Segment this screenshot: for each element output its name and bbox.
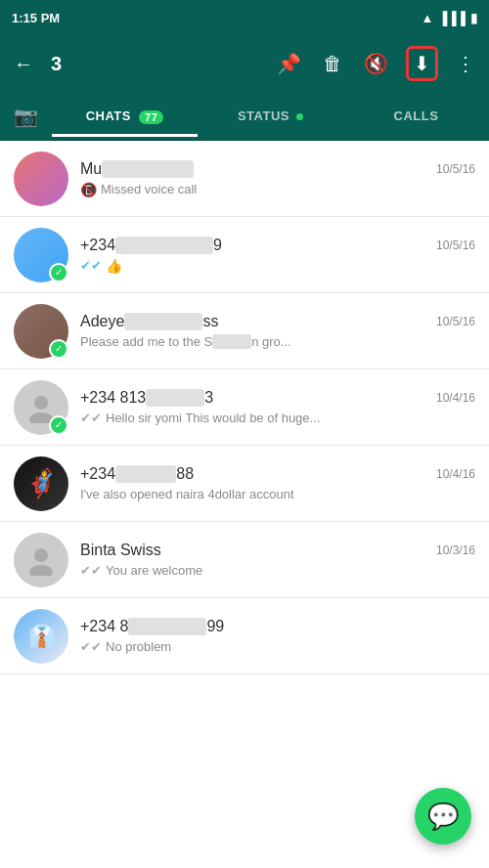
chat-name: +234 8 99 [80,618,224,635]
chat-msg: No problem [106,639,171,654]
avatar-check: ✓ [49,415,68,435]
chat-name: Mu [80,160,194,178]
chat-content: +234 88 10/4/16 I've also opened naira 4… [80,465,475,501]
back-button[interactable]: ← [10,49,37,79]
chat-top: +234 813 3 10/4/16 [80,389,475,407]
avatar [14,533,68,587]
tab-calls-label: CALLS [394,108,439,123]
chat-item[interactable]: 👔 +234 8 99 ✔✔ No problem [0,598,489,674]
signal-icon: ▐▐▐ [438,11,466,25]
chat-top: Binta Swiss 10/3/16 [80,542,475,559]
chat-fab-icon: 💬 [427,802,459,832]
chat-top: Adeye ss 10/5/16 [80,313,475,330]
chat-list: Mu 10/5/16 📵 Missed voice call ✓ +234 [0,141,489,868]
double-tick-icon: ✔✔ [80,639,102,654]
selection-count: 3 [51,53,62,75]
chat-msg: Hello sir yomi This would be of huge... [106,411,320,425]
chat-preview: Please add me to the S n gro... [80,334,475,349]
chat-preview: 📵 Missed voice call [80,182,475,197]
double-tick-icon: ✔✔ [80,563,102,578]
tab-calls[interactable]: CALLS [343,95,489,137]
status-bar: 1:15 PM ▲ ▐▐▐ ▮ [0,0,489,35]
chats-badge: 77 [139,110,163,124]
chat-content: Adeye ss 10/5/16 Please add me to the S … [80,313,475,349]
chat-msg: I've also opened naira 4dollar account [80,487,294,501]
chat-top: Mu 10/5/16 [80,160,475,178]
tab-status-label: STATUS [238,108,289,123]
double-tick-icon: ✔✔ [80,411,102,425]
avatar-wrapper: 🦸 [14,456,68,511]
avatar: 👔 [14,609,68,664]
battery-icon: ▮ [470,11,477,25]
svg-point-3 [29,565,53,576]
svg-point-2 [34,548,48,562]
avatar-wrapper [14,152,68,206]
chat-content: Binta Swiss 10/3/16 ✔✔ You are welcome [80,542,475,578]
chat-item[interactable]: ✓ +234 813 3 10/4/16 ✔✔ Hello sir yomi T… [0,369,489,446]
tab-bar: 📷 CHATS 77 STATUS CALLS [0,92,489,141]
pin-icon[interactable]: 📌 [273,48,305,79]
status-dot [296,113,303,120]
chat-time: 10/4/16 [436,467,475,481]
chat-content: +234 813 3 10/4/16 ✔✔ Hello sir yomi Thi… [80,389,475,425]
chat-preview: I've also opened naira 4dollar account [80,487,475,501]
archive-icon[interactable]: ⬇ [406,46,438,81]
wifi-icon: ▲ [421,11,433,25]
chat-msg: Please add me to the S n gro... [80,334,291,349]
chat-preview: ✔✔ No problem [80,639,475,654]
double-tick-icon: ✔✔ [80,258,102,273]
toolbar: ← 3 📌 🗑 🔇 ⬇ ⋮ [0,35,489,92]
chat-item[interactable]: Binta Swiss 10/3/16 ✔✔ You are welcome [0,522,489,598]
chat-time: 10/3/16 [436,543,475,557]
chat-content: Mu 10/5/16 📵 Missed voice call [80,160,475,197]
chat-item[interactable]: ✓ +234 9 10/5/16 ✔✔ 👍 [0,217,489,293]
tab-chats[interactable]: CHATS 77 [52,95,198,137]
chat-time: 10/4/16 [436,391,475,405]
chat-time: 10/5/16 [436,162,475,176]
mute-icon[interactable]: 🔇 [360,48,392,79]
chat-top: +234 9 10/5/16 [80,237,475,254]
person-icon [25,544,57,576]
chat-item[interactable]: 🦸 +234 88 10/4/16 I've also opened naira… [0,446,489,522]
chat-top: +234 8 99 [80,618,475,635]
more-icon[interactable]: ⋮ [452,48,479,79]
avatar-wrapper: ✓ [14,380,68,435]
chat-preview: ✔✔ Hello sir yomi This would be of huge.… [80,411,475,425]
delete-icon[interactable]: 🗑 [319,49,346,79]
missed-call-icon: 📵 [80,182,97,197]
chat-name: +234 9 [80,237,222,254]
avatar-check: ✓ [49,339,68,359]
tab-status[interactable]: STATUS [198,95,343,137]
chat-item[interactable]: Mu 10/5/16 📵 Missed voice call [0,141,489,217]
chat-name: Adeye ss [80,313,218,330]
chat-msg: Missed voice call [101,182,197,196]
avatar: 🦸 [14,456,68,511]
avatar-wrapper: ✓ [14,228,68,282]
avatar-wrapper: 👔 [14,609,68,664]
chat-msg: You are welcome [106,563,202,578]
chat-name: Binta Swiss [80,542,161,559]
chat-top: +234 88 10/4/16 [80,465,475,483]
chat-name: +234 813 3 [80,389,213,407]
chat-preview: ✔✔ You are welcome [80,563,475,578]
tab-chats-label: CHATS [86,108,131,123]
chat-content: +234 8 99 ✔✔ No problem [80,618,475,654]
time: 1:15 PM [12,11,60,25]
thumbsup-emoji: 👍 [106,258,122,274]
chat-name: +234 88 [80,465,194,483]
chat-content: +234 9 10/5/16 ✔✔ 👍 [80,237,475,274]
chat-time: 10/5/16 [436,315,475,328]
chat-item[interactable]: ✓ Adeye ss 10/5/16 Please add me to the … [0,293,489,369]
avatar [14,152,68,206]
chat-preview: ✔✔ 👍 [80,258,475,274]
chat-time: 10/5/16 [436,239,475,252]
svg-point-0 [34,396,48,410]
avatar-wrapper [14,533,68,587]
avatar-check: ✓ [49,263,68,282]
camera-icon[interactable]: 📷 [0,105,52,128]
new-chat-fab[interactable]: 💬 [415,788,471,845]
avatar-wrapper: ✓ [14,304,68,359]
status-icons: ▲ ▐▐▐ ▮ [421,11,477,25]
